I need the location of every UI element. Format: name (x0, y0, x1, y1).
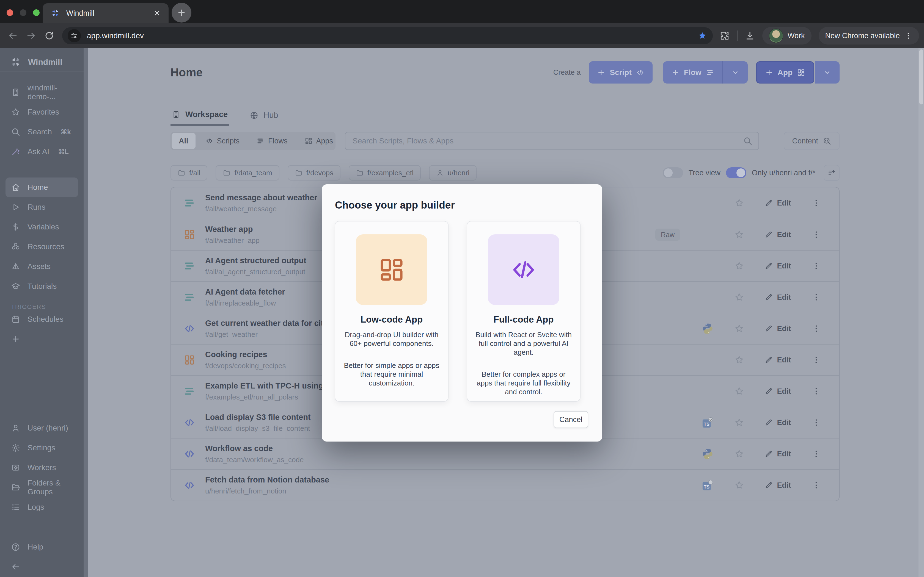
edit-button[interactable]: Edit (754, 387, 801, 396)
table-row[interactable]: Fetch data from Notion database u/henri/… (171, 469, 839, 501)
sidebar-item-settings[interactable]: Settings (0, 438, 84, 458)
page-scrollbar[interactable] (919, 48, 924, 577)
sidebar-item-home[interactable]: Home (5, 177, 78, 197)
path-chip-f-examples-etl[interactable]: f/examples_etl (349, 165, 421, 181)
sidebar-item-resources[interactable]: Resources (0, 237, 84, 256)
sidebar-item-user-henri[interactable]: User (henri) (0, 418, 84, 438)
row-menu-button[interactable] (801, 230, 831, 239)
scrollbar-thumb[interactable] (919, 50, 923, 105)
edit-button[interactable]: Edit (754, 262, 801, 270)
sidebar-item-logs[interactable]: Logs (0, 497, 84, 517)
create-app-dropdown[interactable] (815, 61, 840, 84)
sidebar-item-search[interactable]: Search ⌘k (0, 122, 84, 142)
create-script-button[interactable]: Script (589, 61, 652, 84)
sidebar-item-folders-groups[interactable]: Folders & Groups (0, 477, 84, 497)
site-settings-button[interactable] (68, 29, 81, 42)
sidebar-add-button[interactable] (11, 329, 22, 349)
python-language-icon (701, 448, 714, 460)
display-settings-button[interactable] (824, 165, 840, 181)
window-controls[interactable] (6, 9, 40, 16)
segment-scripts[interactable]: Scripts (198, 133, 247, 149)
sidebar-item-workers[interactable]: Workers (0, 458, 84, 477)
extensions-puzzle-icon[interactable] (719, 31, 730, 41)
tree-view-toggle[interactable] (663, 167, 683, 178)
row-menu-button[interactable] (801, 450, 831, 458)
create-flow-dropdown[interactable] (722, 61, 748, 84)
minimize-window-button[interactable] (20, 9, 26, 16)
row-menu-button[interactable] (801, 387, 831, 396)
chrome-update-button[interactable]: New Chrome available (819, 27, 919, 45)
sidebar-collapse-button[interactable] (0, 557, 84, 577)
create-app-button[interactable]: App (756, 61, 814, 84)
edit-button[interactable]: Edit (754, 481, 801, 490)
edit-button[interactable]: Edit (754, 324, 801, 333)
path-chip-u-henri[interactable]: u/henri (429, 165, 477, 181)
tab-workspace[interactable]: Workspace (171, 105, 229, 126)
path-chip-f-data-team[interactable]: f/data_team (216, 165, 279, 181)
row-menu-button[interactable] (801, 481, 831, 490)
edit-button[interactable]: Edit (754, 199, 801, 208)
edit-button[interactable]: Edit (754, 356, 801, 364)
favorite-star-button[interactable] (724, 230, 754, 240)
path-chip-f-devops[interactable]: f/devops (288, 165, 341, 181)
owner-filter-toggle[interactable] (726, 167, 746, 178)
bookmark-star-icon[interactable] (698, 31, 707, 41)
sidebar-item-favorites[interactable]: Favorites (0, 102, 84, 122)
favorite-star-button[interactable] (724, 292, 754, 302)
segment-apps[interactable]: Apps (297, 133, 341, 149)
downloads-icon[interactable] (745, 31, 755, 41)
forward-icon[interactable] (26, 31, 36, 41)
low-code-app-card[interactable]: Low-code App Drag-and-drop UI builder wi… (335, 221, 449, 402)
sidebar-item-assets[interactable]: Assets (0, 256, 84, 276)
sidebar-item-help[interactable]: Help (0, 537, 84, 557)
tab-close-icon[interactable] (153, 9, 161, 17)
tab-hub[interactable]: Hub (249, 105, 279, 126)
row-menu-button[interactable] (801, 293, 831, 302)
row-menu-button[interactable] (801, 199, 831, 208)
create-script-label: Script (610, 68, 632, 77)
content-search-button[interactable]: Content (784, 132, 840, 150)
full-code-app-card[interactable]: Full-code App Build with React or Svelte… (467, 221, 580, 402)
reload-icon[interactable] (44, 31, 55, 41)
edit-button[interactable]: Edit (754, 293, 801, 302)
favorite-star-button[interactable] (724, 355, 754, 365)
new-tab-button[interactable] (171, 3, 191, 23)
profile-button[interactable]: Work (762, 27, 811, 45)
path-chip-f-all[interactable]: f/all (171, 165, 207, 181)
browser-menu-kebab-icon[interactable] (904, 32, 913, 40)
segment-all[interactable]: All (171, 133, 195, 149)
favorite-star-button[interactable] (724, 386, 754, 396)
favorite-star-button[interactable] (724, 417, 754, 427)
pencil-icon (764, 419, 773, 427)
close-window-button[interactable] (6, 9, 13, 16)
edit-button[interactable]: Edit (754, 419, 801, 427)
sidebar-item-variables[interactable]: Variables (0, 217, 84, 237)
favorite-star-button[interactable] (724, 324, 754, 334)
sidebar-item-tutorials[interactable]: Tutorials (0, 276, 84, 296)
zoom-window-button[interactable] (33, 9, 40, 16)
edit-button[interactable]: Edit (754, 450, 801, 458)
url-bar[interactable]: app.windmill.dev (62, 27, 713, 44)
sidebar-item-ask-ai[interactable]: Ask AI ⌘L (0, 142, 84, 161)
row-menu-button[interactable] (801, 324, 831, 333)
row-menu-button[interactable] (801, 418, 831, 427)
favorite-star-button[interactable] (724, 480, 754, 490)
row-menu-button[interactable] (801, 356, 831, 364)
edit-button[interactable]: Edit (754, 230, 801, 239)
row-menu-button[interactable] (801, 261, 831, 270)
sidebar-item-runs[interactable]: Runs (0, 197, 84, 217)
sidebar-scrollbar[interactable] (84, 48, 88, 577)
favorite-star-button[interactable] (724, 449, 754, 459)
sidebar-item-schedules[interactable]: Schedules (0, 309, 84, 329)
table-row[interactable]: Workflow as code f/data_team/workflow_as… (171, 438, 839, 469)
back-icon[interactable] (8, 31, 18, 41)
favorite-star-button[interactable] (724, 261, 754, 271)
segment-flows[interactable]: Flows (249, 133, 295, 149)
cancel-button[interactable]: Cancel (554, 411, 588, 428)
favorite-star-button[interactable] (724, 198, 754, 208)
sidebar-item-windmill-demo[interactable]: windmill-demo-... (0, 82, 84, 102)
row-language-slot (691, 322, 724, 335)
browser-tab[interactable]: Windmill (43, 3, 169, 23)
create-flow-button[interactable]: Flow (663, 61, 748, 84)
search-input[interactable] (345, 132, 759, 150)
